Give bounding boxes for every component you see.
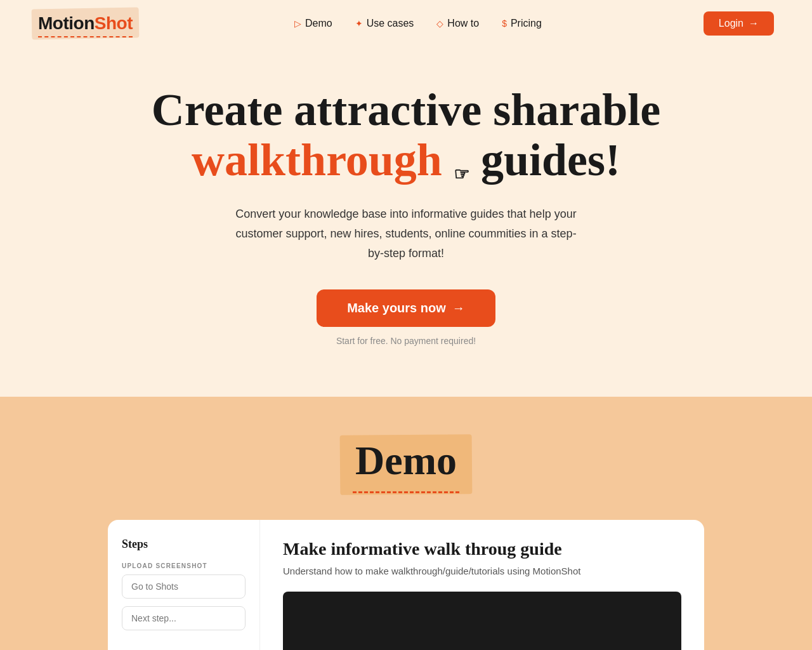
- diamond-icon: ◇: [436, 18, 443, 29]
- demo-sidebar: Steps UPLOAD SCREENSHOT: [108, 520, 260, 650]
- cta-subtext: Start for free. No payment required!: [25, 336, 787, 346]
- hero-highlight: walkthrough: [192, 135, 442, 185]
- upload-label: UPLOAD SCREENSHOT: [122, 562, 246, 569]
- demo-main: Make informative walk throug guide Under…: [260, 520, 704, 650]
- hero-subtext: Convert your knowledge base into informa…: [228, 204, 584, 263]
- hero-section: Create attractive sharable walkthrough ☞…: [0, 47, 812, 397]
- login-button[interactable]: Login →: [704, 11, 774, 36]
- hero-headline: Create attractive sharable walkthrough ☞…: [121, 85, 691, 185]
- demo-card: Steps UPLOAD SCREENSHOT Make informative…: [108, 520, 704, 650]
- demo-title-box: Demo: [340, 435, 472, 494]
- nav-item-how-to[interactable]: ◇ How to: [436, 18, 479, 29]
- demo-video-placeholder: [283, 592, 681, 650]
- nav-item-demo[interactable]: ▷ Demo: [294, 18, 332, 29]
- navbar: MotionShot ▷ Demo ✦ Use cases ◇ How to $: [0, 0, 812, 47]
- dollar-icon: $: [502, 18, 507, 29]
- logo-motion: Motion: [38, 13, 95, 33]
- demo-title: Demo: [340, 435, 472, 494]
- arrow-icon: →: [749, 18, 759, 29]
- guide-title: Make informative walk throug guide: [283, 539, 681, 559]
- nav-item-pricing[interactable]: $ Pricing: [502, 18, 542, 29]
- nav-item-use-cases[interactable]: ✦ Use cases: [355, 18, 414, 29]
- cta-button[interactable]: Make yours now →: [317, 289, 495, 327]
- guide-description: Understand how to make walkthrough/guide…: [283, 566, 681, 576]
- nav-links: ▷ Demo ✦ Use cases ◇ How to $ Pricing: [294, 18, 542, 29]
- cta-arrow-icon: →: [452, 301, 465, 315]
- screenshot-input[interactable]: [122, 574, 246, 599]
- logo-shot: Shot: [95, 13, 133, 33]
- cursor-icon: ☞: [454, 165, 469, 185]
- steps-title: Steps: [122, 538, 246, 551]
- screenshot-input-2[interactable]: [122, 606, 246, 630]
- play-icon: ▷: [294, 18, 301, 29]
- star-icon: ✦: [355, 18, 363, 29]
- logo[interactable]: MotionShot: [38, 13, 133, 34]
- demo-title-wrap: Demo: [25, 435, 787, 494]
- demo-section: Demo Steps UPLOAD SCREENSHOT Make inform…: [0, 397, 812, 650]
